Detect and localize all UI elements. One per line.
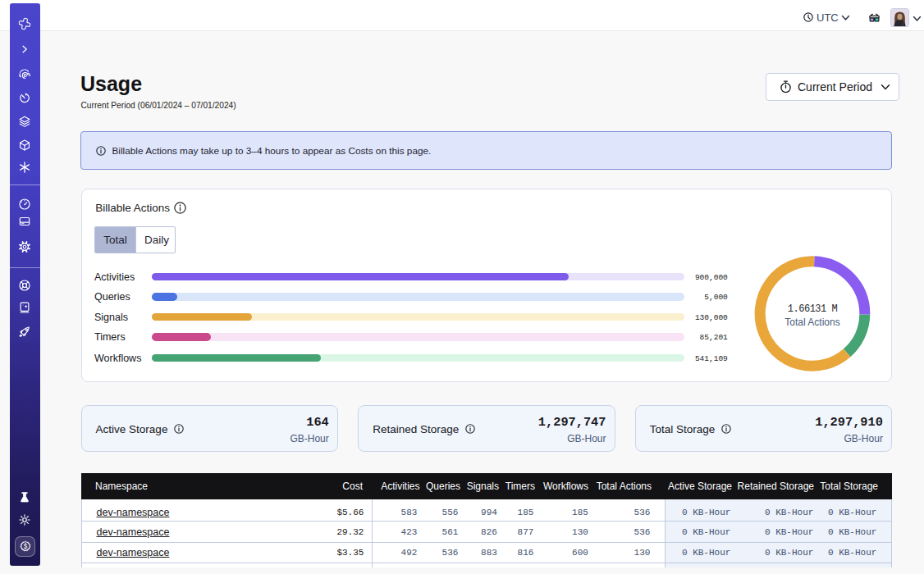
svg-text:$: $ [23,543,27,550]
